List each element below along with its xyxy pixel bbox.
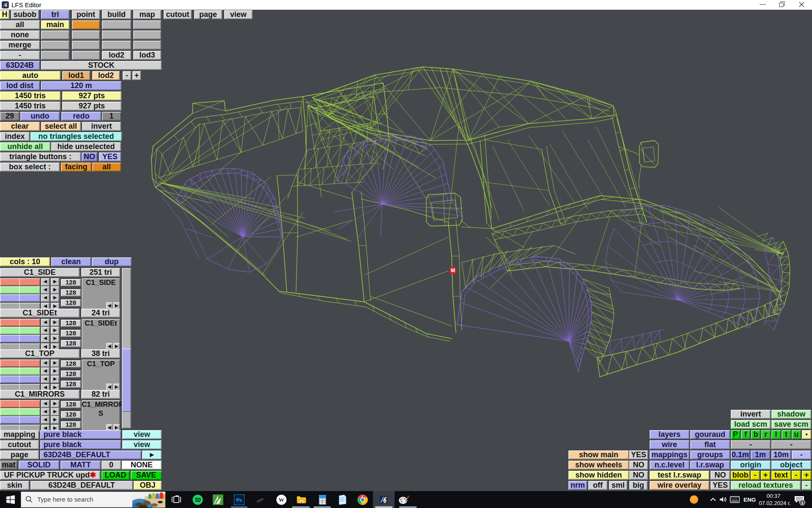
svg-text:Ps: Ps bbox=[236, 497, 242, 502]
svg-text:1: 1 bbox=[801, 501, 803, 505]
svg-text:W: W bbox=[279, 497, 284, 503]
